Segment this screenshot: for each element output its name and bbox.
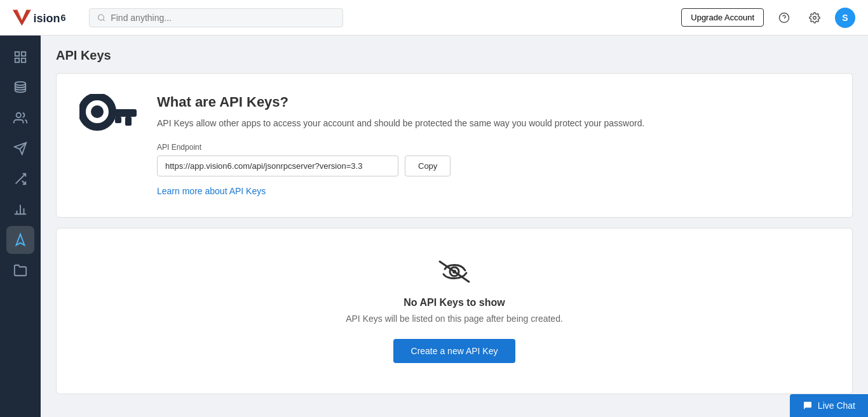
copy-button[interactable]: Copy — [405, 156, 451, 176]
sidebar-item-files[interactable] — [6, 256, 34, 284]
empty-state-card: No API Keys to show API Keys will be lis… — [56, 228, 853, 394]
learn-more-link[interactable]: Learn more about API Keys — [157, 186, 266, 196]
svg-point-4 — [98, 15, 104, 20]
endpoint-row: Copy — [157, 156, 644, 176]
svg-rect-26 — [109, 109, 137, 117]
svg-rect-9 — [15, 52, 19, 56]
endpoint-label: API Endpoint — [157, 143, 644, 152]
sidebar-item-contacts[interactable] — [6, 74, 34, 102]
logo[interactable]: ision 6 — [13, 6, 70, 29]
sidebar-item-campaigns[interactable] — [6, 135, 34, 162]
api-info-details: What are API Keys? API Keys allow other … — [157, 94, 644, 197]
svg-line-5 — [103, 19, 104, 20]
search-input[interactable] — [111, 13, 335, 23]
svg-text:ision: ision — [33, 12, 60, 25]
sidebar-item-api-keys[interactable] — [6, 226, 34, 254]
sidebar-item-dashboard[interactable] — [6, 43, 34, 71]
upgrade-account-button[interactable]: Upgrade Account — [681, 8, 764, 27]
avatar[interactable]: S — [835, 8, 855, 28]
page-title: API Keys — [56, 48, 853, 63]
svg-marker-23 — [17, 234, 25, 245]
svg-rect-11 — [15, 58, 19, 62]
svg-rect-10 — [22, 52, 25, 56]
api-info-content: What are API Keys? API Keys allow other … — [79, 94, 829, 197]
no-keys-description: API Keys will be listed on this page aft… — [346, 314, 563, 324]
svg-rect-12 — [22, 58, 25, 62]
search-icon — [97, 13, 105, 22]
main-layout: API Keys What are API Keys? API Keys — [0, 36, 868, 417]
svg-point-25 — [91, 105, 104, 118]
eye-slash-icon — [437, 259, 471, 287]
gear-icon[interactable] — [804, 8, 825, 28]
create-api-key-button[interactable]: Create a new API Key — [393, 339, 516, 363]
sidebar-item-reports[interactable] — [6, 195, 34, 223]
api-info-card: What are API Keys? API Keys allow other … — [56, 73, 853, 218]
key-icon — [79, 94, 137, 138]
api-info-title: What are API Keys? — [157, 94, 644, 110]
svg-point-13 — [15, 82, 26, 86]
svg-text:6: 6 — [61, 13, 66, 23]
api-info-description: API Keys allow other apps to access your… — [157, 117, 644, 130]
sidebar-item-automations[interactable] — [6, 165, 34, 193]
svg-point-30 — [452, 270, 456, 274]
live-chat-button[interactable]: Live Chat — [790, 394, 868, 417]
svg-rect-28 — [115, 117, 121, 123]
sidebar-item-users[interactable] — [6, 104, 34, 132]
svg-rect-27 — [125, 117, 132, 126]
live-chat-label: Live Chat — [818, 400, 855, 411]
chat-icon — [803, 400, 813, 411]
svg-point-14 — [17, 113, 21, 117]
no-keys-title: No API Keys to show — [403, 297, 505, 308]
api-endpoint-input[interactable] — [157, 156, 398, 176]
svg-point-8 — [813, 16, 817, 19]
svg-marker-0 — [13, 10, 31, 25]
help-icon[interactable] — [774, 8, 794, 28]
search-bar[interactable] — [89, 8, 343, 27]
sidebar — [0, 36, 41, 417]
top-navigation: ision 6 Upgrade Account S — [0, 0, 868, 36]
nav-right: Upgrade Account S — [681, 8, 855, 28]
main-content: API Keys What are API Keys? API Keys — [41, 36, 868, 417]
